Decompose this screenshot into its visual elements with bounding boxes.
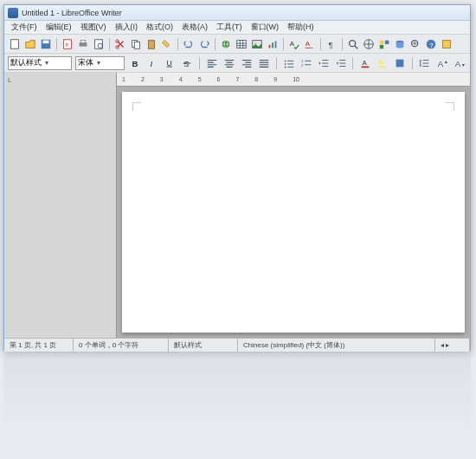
number-list-button[interactable]: 12: [299, 56, 313, 70]
align-left-button[interactable]: [205, 56, 219, 70]
svg-point-39: [285, 60, 286, 61]
decrease-indent-button[interactable]: [317, 56, 331, 70]
bullet-list-button[interactable]: [282, 56, 296, 70]
zoom-button[interactable]: [408, 37, 422, 51]
separator: [177, 38, 178, 50]
svg-text:▲: ▲: [444, 59, 448, 64]
margin-corner-icon: [446, 102, 454, 111]
status-wordcount[interactable]: 0 个单词，0 个字符: [74, 339, 169, 352]
svg-text:P: P: [65, 42, 68, 47]
status-style[interactable]: 默认样式: [169, 339, 238, 352]
menu-view[interactable]: 视图(V): [77, 21, 110, 34]
export-pdf-button[interactable]: P: [61, 37, 74, 51]
menu-file[interactable]: 文件(F): [8, 21, 41, 34]
svg-rect-5: [80, 42, 87, 46]
separator: [352, 57, 353, 69]
window-title: Untitled 1 - LibreOffice Writer: [22, 9, 122, 17]
menu-edit[interactable]: 编辑(E): [42, 21, 75, 34]
gallery-button[interactable]: [377, 37, 391, 51]
navigator-button[interactable]: [362, 37, 376, 51]
auto-spellcheck-button[interactable]: A: [303, 37, 317, 51]
background-color-button[interactable]: [393, 56, 407, 70]
align-justify-button[interactable]: [257, 56, 271, 70]
svg-rect-28: [385, 40, 389, 43]
svg-rect-2: [43, 40, 49, 43]
print-preview-button[interactable]: [92, 37, 106, 51]
copy-button[interactable]: [129, 37, 143, 51]
toolbar-main: P A A ¶ ?: [4, 35, 470, 54]
document-viewport: 12345678910: [117, 73, 470, 338]
svg-text:A: A: [290, 39, 295, 47]
svg-text:¶: ¶: [329, 39, 333, 48]
menu-table[interactable]: 表格(A): [178, 21, 211, 34]
svg-text:▼: ▼: [461, 61, 466, 67]
margin-corner-icon: [132, 102, 141, 111]
separator: [412, 57, 413, 69]
undo-button[interactable]: [182, 37, 196, 51]
format-paintbrush-button[interactable]: [160, 37, 174, 51]
separator: [215, 38, 215, 50]
svg-text:I: I: [151, 58, 153, 68]
separator: [199, 57, 200, 69]
table-button[interactable]: [235, 37, 248, 51]
titlebar: Untitled 1 - LibreOffice Writer: [4, 5, 470, 21]
extension-button[interactable]: [440, 37, 453, 51]
svg-rect-21: [275, 41, 277, 48]
status-zoom-controls[interactable]: ◂ ▸: [435, 339, 470, 352]
font-name-value: 宋体: [78, 57, 93, 68]
hyperlink-button[interactable]: [219, 37, 233, 51]
status-language[interactable]: Chinese (simplified) (中文 (简体)): [238, 339, 435, 352]
svg-rect-27: [380, 40, 383, 43]
decrease-font-button[interactable]: A▼: [453, 56, 466, 70]
font-name-dropdown[interactable]: 宋体: [75, 56, 125, 70]
window-reflection: [3, 353, 471, 453]
strikethrough-button[interactable]: S: [180, 56, 194, 70]
svg-text:B: B: [132, 58, 138, 68]
image-button[interactable]: [250, 37, 264, 51]
align-center-button[interactable]: [222, 56, 236, 70]
italic-button[interactable]: I: [145, 56, 159, 70]
svg-rect-6: [80, 40, 85, 42]
svg-rect-29: [380, 44, 383, 48]
open-button[interactable]: [23, 37, 37, 51]
find-button[interactable]: [346, 37, 360, 51]
line-spacing-button[interactable]: [418, 56, 432, 70]
separator: [109, 38, 110, 50]
help-button[interactable]: ?: [424, 37, 438, 51]
status-page[interactable]: 第 1 页, 共 1 页: [4, 339, 74, 352]
menu-help[interactable]: 帮助(H): [284, 21, 318, 34]
paste-button[interactable]: [145, 37, 158, 51]
svg-rect-0: [11, 39, 19, 48]
menu-format[interactable]: 格式(O): [143, 21, 177, 34]
redo-button[interactable]: [197, 37, 211, 51]
paragraph-style-dropdown[interactable]: 默认样式: [8, 56, 72, 70]
svg-rect-16: [237, 40, 247, 48]
increase-font-button[interactable]: A▲: [435, 56, 449, 70]
menu-window[interactable]: 窗口(W): [248, 21, 283, 34]
print-button[interactable]: [76, 37, 90, 51]
new-doc-button[interactable]: [8, 37, 22, 51]
left-panel: [4, 73, 117, 338]
app-window: Untitled 1 - LibreOffice Writer 文件(F) 编辑…: [3, 4, 471, 351]
highlight-button[interactable]: [376, 56, 389, 70]
document-page[interactable]: [122, 92, 465, 333]
align-right-button[interactable]: [240, 56, 254, 70]
svg-text:A: A: [455, 58, 461, 68]
toolbar-formatting: 默认样式 宋体 B I U S 12 A A▲ A▼: [4, 54, 470, 73]
horizontal-ruler[interactable]: 12345678910: [117, 73, 470, 87]
save-button[interactable]: [39, 37, 53, 51]
bold-button[interactable]: B: [128, 56, 142, 70]
menu-tools[interactable]: 工具(T): [213, 21, 246, 34]
nonprinting-chars-button[interactable]: ¶: [325, 37, 338, 51]
font-color-button[interactable]: A: [358, 56, 372, 70]
chart-button[interactable]: [266, 37, 280, 51]
editor-area: 12345678910: [4, 73, 470, 338]
cut-button[interactable]: [113, 37, 127, 51]
underline-button[interactable]: U: [163, 56, 177, 70]
data-sources-button[interactable]: [393, 37, 407, 51]
menu-insert[interactable]: 插入(I): [112, 21, 142, 34]
separator: [276, 57, 277, 69]
increase-indent-button[interactable]: [334, 56, 348, 70]
svg-point-41: [285, 66, 286, 68]
spellcheck-button[interactable]: A: [287, 37, 301, 51]
